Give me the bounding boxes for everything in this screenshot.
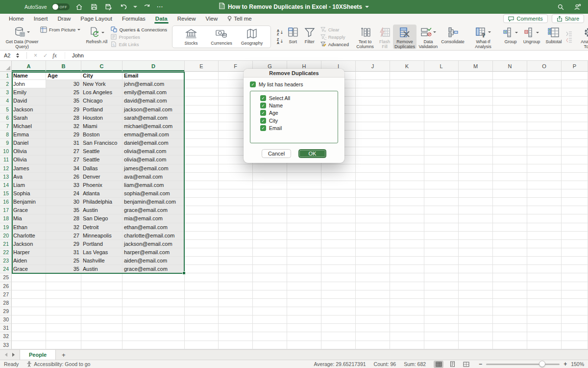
cell-P30[interactable] bbox=[562, 315, 588, 324]
column-checkbox[interactable] bbox=[260, 125, 266, 131]
cell-M2[interactable] bbox=[459, 80, 493, 88]
cell-J11[interactable] bbox=[356, 156, 390, 164]
cell-P21[interactable] bbox=[562, 240, 588, 248]
cell-E16[interactable] bbox=[185, 198, 219, 206]
cell-N18[interactable] bbox=[493, 214, 527, 223]
cell-P24[interactable] bbox=[562, 265, 588, 273]
account-icon[interactable] bbox=[572, 2, 582, 12]
cell-K5[interactable] bbox=[390, 105, 424, 114]
cell-K21[interactable] bbox=[390, 240, 424, 248]
cell-E27[interactable] bbox=[185, 290, 219, 299]
save-icon[interactable] bbox=[89, 2, 99, 12]
cell-A3[interactable]: Emily bbox=[12, 88, 46, 97]
row-header-33[interactable]: 33 bbox=[0, 341, 12, 349]
cell-L5[interactable] bbox=[424, 105, 459, 114]
cell-P27[interactable] bbox=[562, 290, 588, 299]
cell-P3[interactable] bbox=[562, 88, 588, 97]
cell-N20[interactable] bbox=[493, 232, 527, 240]
cell-E22[interactable] bbox=[185, 248, 219, 257]
cell-B10[interactable]: 27 bbox=[46, 147, 81, 156]
column-header-B[interactable]: B bbox=[46, 61, 81, 72]
row-header-28[interactable]: 28 bbox=[0, 299, 12, 307]
sort-descending-button[interactable]: ZA ↓ bbox=[277, 38, 284, 45]
cell-G27[interactable] bbox=[253, 290, 287, 299]
cell-I14[interactable] bbox=[321, 181, 356, 189]
cell-M18[interactable] bbox=[459, 214, 493, 223]
cell-L23[interactable] bbox=[424, 257, 459, 265]
cell-N2[interactable] bbox=[493, 80, 527, 88]
cell-A13[interactable]: Ava bbox=[12, 173, 46, 181]
column-header-L[interactable]: L bbox=[424, 61, 459, 72]
cell-O12[interactable] bbox=[527, 164, 562, 173]
cell-E31[interactable] bbox=[185, 324, 219, 332]
queries-connections-button[interactable]: Queries & Connections bbox=[111, 26, 167, 32]
cell-C27[interactable] bbox=[81, 290, 122, 299]
sheet-tab-people[interactable]: People bbox=[20, 350, 56, 360]
cell-P26[interactable] bbox=[562, 282, 588, 290]
cell-N22[interactable] bbox=[493, 248, 527, 257]
cell-K9[interactable] bbox=[390, 139, 424, 147]
column-header-D[interactable]: D bbox=[122, 61, 185, 72]
cell-N32[interactable] bbox=[493, 332, 527, 341]
flash-fill-button[interactable]: Flash Fill bbox=[376, 25, 393, 49]
cell-J19[interactable] bbox=[356, 223, 390, 232]
cell-J5[interactable] bbox=[356, 105, 390, 114]
cell-A5[interactable]: Jackson bbox=[12, 105, 46, 114]
cell-L6[interactable] bbox=[424, 114, 459, 122]
cell-C33[interactable] bbox=[81, 341, 122, 349]
cell-N19[interactable] bbox=[493, 223, 527, 232]
cell-O27[interactable] bbox=[527, 290, 562, 299]
cell-K23[interactable] bbox=[390, 257, 424, 265]
cell-N11[interactable] bbox=[493, 156, 527, 164]
cell-K32[interactable] bbox=[390, 332, 424, 341]
cell-P14[interactable] bbox=[562, 181, 588, 189]
group-button[interactable]: Group bbox=[501, 25, 520, 49]
row-header-27[interactable]: 27 bbox=[0, 290, 12, 299]
page-layout-view-button[interactable] bbox=[447, 361, 457, 368]
zoom-in-button[interactable]: + bbox=[564, 361, 567, 368]
cell-M13[interactable] bbox=[459, 173, 493, 181]
cell-J13[interactable] bbox=[356, 173, 390, 181]
cell-J26[interactable] bbox=[356, 282, 390, 290]
cell-J23[interactable] bbox=[356, 257, 390, 265]
cell-E1[interactable] bbox=[185, 72, 219, 80]
cell-F16[interactable] bbox=[219, 198, 253, 206]
cell-B3[interactable]: 25 bbox=[46, 88, 81, 97]
cell-H22[interactable] bbox=[287, 248, 321, 257]
cell-C1[interactable]: City bbox=[81, 72, 122, 80]
cell-I30[interactable] bbox=[321, 315, 356, 324]
cell-E14[interactable] bbox=[185, 181, 219, 189]
cell-O26[interactable] bbox=[527, 282, 562, 290]
cell-N13[interactable] bbox=[493, 173, 527, 181]
cell-B2[interactable]: 30 bbox=[46, 80, 81, 88]
row-header-24[interactable]: 24 bbox=[0, 265, 12, 273]
name-box[interactable]: A2 bbox=[0, 51, 23, 60]
cell-C20[interactable]: Minneapolis bbox=[81, 232, 122, 240]
cell-E29[interactable] bbox=[185, 307, 219, 315]
cell-D17[interactable]: grace@email.com bbox=[122, 206, 185, 214]
cell-J25[interactable] bbox=[356, 273, 390, 282]
cell-I20[interactable] bbox=[321, 232, 356, 240]
cell-D1[interactable]: Email bbox=[122, 72, 185, 80]
row-header-10[interactable]: 10 bbox=[0, 147, 12, 156]
cell-N27[interactable] bbox=[493, 290, 527, 299]
cell-P33[interactable] bbox=[562, 341, 588, 349]
cell-C23[interactable]: Nashville bbox=[81, 257, 122, 265]
cell-F24[interactable] bbox=[219, 265, 253, 273]
my-list-has-headers-option[interactable]: My list has headers bbox=[250, 81, 338, 87]
cell-H31[interactable] bbox=[287, 324, 321, 332]
column-header-J[interactable]: J bbox=[356, 61, 390, 72]
row-header-18[interactable]: 18 bbox=[0, 214, 12, 223]
cell-N31[interactable] bbox=[493, 324, 527, 332]
cell-K15[interactable] bbox=[390, 189, 424, 198]
cell-G32[interactable] bbox=[253, 332, 287, 341]
cell-M10[interactable] bbox=[459, 147, 493, 156]
cell-G17[interactable] bbox=[253, 206, 287, 214]
cell-C28[interactable] bbox=[81, 299, 122, 307]
cell-B7[interactable]: 32 bbox=[46, 122, 81, 131]
cell-D3[interactable]: emily@email.com bbox=[122, 88, 185, 97]
cell-O17[interactable] bbox=[527, 206, 562, 214]
cell-D11[interactable]: olivia@email.com bbox=[122, 156, 185, 164]
cell-A4[interactable]: David bbox=[12, 97, 46, 105]
cell-G13[interactable] bbox=[253, 173, 287, 181]
